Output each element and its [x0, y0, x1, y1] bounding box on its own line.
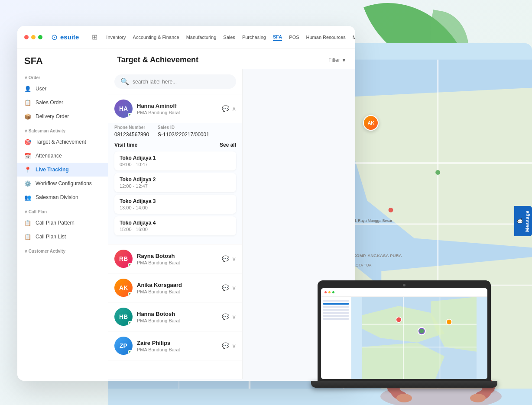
chevron-down-icon-person-3[interactable]: ∨: [232, 284, 236, 291]
visit-header: Visit time See all: [114, 142, 236, 148]
person-actions-5: 💬 ∨: [222, 342, 236, 349]
chevron-up-icon-1[interactable]: ∧: [232, 105, 236, 112]
visit-item-3: Toko Adijaya 3 13:00 - 14:00: [114, 195, 236, 214]
person-info-5: Zaire Philips PMA Bandung Barat: [137, 340, 217, 352]
chevron-down-icon-4: ∨: [24, 249, 29, 254]
chat-icon-1[interactable]: 💬: [222, 105, 229, 112]
person-card-3: AK Anika Korsgaard PMA Bandung Barat 💬: [108, 273, 242, 302]
apps-grid-icon[interactable]: ⊞: [92, 33, 97, 41]
sidebar-section-customer: ∨ Customer Activity: [17, 247, 108, 255]
laptop-sidebar-bar-6: [323, 315, 349, 317]
laptop-visual: [318, 280, 497, 388]
window-dot-close[interactable]: [24, 35, 29, 39]
svg-point-34: [396, 394, 412, 402]
visit-time-4: 15:00 - 16:00: [120, 227, 231, 232]
nav-item-pos[interactable]: POS: [289, 34, 299, 41]
top-bar: ⊙ esuite ⊞ Inventory Accounting & Financ…: [17, 26, 355, 48]
person-avatar-5: ZP: [114, 337, 133, 355]
nav-item-sales[interactable]: Sales: [223, 34, 235, 41]
visit-time-3: 13:00 - 14:00: [120, 205, 231, 210]
nav-item-accounting[interactable]: Accounting & Finance: [133, 34, 179, 41]
visit-item-4: Toko Adijaya 4 15:00 - 16:00: [114, 216, 236, 235]
sidebar-item-live-tracking[interactable]: 📍 Live Tracking: [17, 163, 108, 177]
person-name-5: Zaire Philips: [137, 340, 217, 346]
search-row: 🔍: [108, 69, 242, 94]
svg-text:KOMP. ANGKASA PURA: KOMP. ANGKASA PURA: [353, 253, 402, 258]
sidebar-item-division[interactable]: 👥 Salesman Division: [17, 190, 108, 204]
window-dot-minimize[interactable]: [31, 35, 36, 39]
message-tab-label: Message: [525, 210, 530, 232]
visit-name-2: Toko Adijaya 2: [120, 177, 231, 183]
detail-phone: Phone Number 081234567890: [114, 123, 149, 138]
laptop-map-svg: [351, 297, 487, 379]
sidebar-item-workflow[interactable]: ⚙️ Workflow Configurations: [17, 177, 108, 190]
nav-item-sfa[interactable]: SFA: [273, 33, 282, 41]
attendance-icon: 📅: [24, 152, 31, 159]
person-card-header-5[interactable]: ZP Zaire Philips PMA Bandung Barat 💬 ∨: [108, 331, 242, 360]
window-dot-maximize[interactable]: [38, 35, 42, 39]
nav-item-hr[interactable]: Human Resources: [306, 34, 346, 41]
logo-icon: ⊙: [51, 32, 58, 42]
person-role-2: PMA Bandung Barat: [137, 260, 217, 265]
sidebar-item-division-label: Salesman Division: [36, 194, 78, 200]
visit-time-1: 09:00 - 10:47: [120, 162, 231, 167]
app-body: SFA ∨ Order 👤 User 📋 Sales Order: [17, 48, 355, 381]
person-avatar-4: HB: [114, 308, 133, 326]
chevron-down-icon-person-2[interactable]: ∨: [232, 255, 236, 262]
person-list-panel: 🔍 HA H: [108, 69, 243, 379]
visit-name-3: Toko Adijaya 3: [120, 198, 231, 204]
filter-button[interactable]: Filter ▼: [328, 57, 347, 63]
person-card-4: HB Hanna Botosh PMA Bandung Barat 💬 ∨: [108, 302, 242, 331]
laptop-screen-header: [321, 288, 487, 297]
search-input-wrap[interactable]: 🔍: [114, 74, 236, 89]
sidebar-item-workflow-label: Workflow Configurations: [36, 180, 92, 186]
person-card-header-4[interactable]: HB Hanna Botosh PMA Bandung Barat 💬 ∨: [108, 302, 242, 331]
message-tab[interactable]: 💬 Message: [514, 206, 532, 236]
nav-items: Inventory Accounting & Finance Manufactu…: [106, 33, 355, 41]
chat-icon-4[interactable]: 💬: [222, 313, 229, 320]
person-card-header-2[interactable]: RB Rayna Botosh PMA Bandung Barat 💬 ∨: [108, 244, 242, 273]
nav-item-manufacturing[interactable]: Manufacturing: [186, 34, 217, 41]
search-input-list[interactable]: [133, 79, 230, 85]
laptop-sidebar-bar-4: [323, 309, 349, 311]
sidebar-item-call-plan-list[interactable]: 📋 Call Plan List: [17, 230, 108, 244]
main-header: Target & Achievement Filter ▼: [108, 48, 355, 69]
sidebar-item-delivery-order[interactable]: 📦 Delivery Order: [17, 109, 108, 123]
chat-icon-3[interactable]: 💬: [222, 284, 229, 291]
sidebar-item-call-plan-list-label: Call Plan List: [36, 234, 66, 240]
person-avatar-3: AK: [114, 279, 133, 297]
laptop-screen: [321, 288, 487, 379]
phone-label: Phone Number: [114, 125, 145, 130]
sidebar-item-call-plan-pattern[interactable]: 📋 Call Plan Pattern: [17, 216, 108, 230]
visit-item-1: Toko Adijaya 1 09:00 - 10:47: [114, 151, 236, 170]
chevron-down-icon-3: ∨: [24, 209, 29, 214]
person-actions-1: 💬 ∧: [222, 105, 236, 112]
laptop-dot-red: [324, 291, 327, 293]
laptop-sidebar: [321, 297, 351, 379]
person-role-5: PMA Bandung Barat: [137, 347, 217, 352]
logo-text: esuite: [60, 33, 79, 41]
laptop-body: [318, 280, 491, 381]
chat-icon-5[interactable]: 💬: [222, 342, 229, 349]
sales-order-icon: 📋: [24, 99, 31, 106]
sidebar-item-target[interactable]: 🎯 Target & Achievement: [17, 135, 108, 149]
nav-item-marketing[interactable]: Marketing: [353, 34, 355, 41]
person-card-header-3[interactable]: AK Anika Korsgaard PMA Bandung Barat 💬: [108, 273, 242, 302]
sidebar-item-delivery-order-label: Delivery Order: [36, 113, 69, 119]
sidebar-item-user[interactable]: 👤 User: [17, 82, 108, 96]
sidebar-item-attendance[interactable]: 📅 Attendance: [17, 149, 108, 163]
sidebar-item-sales-order[interactable]: 📋 Sales Order: [17, 96, 108, 109]
sales-id-value: S-1102/220217/00001: [158, 132, 209, 138]
person-card-details-1: Phone Number 081234567890 Sales ID S-110…: [108, 123, 242, 244]
nav-item-inventory[interactable]: Inventory: [106, 34, 126, 41]
phone-value: 081234567890: [114, 132, 149, 138]
see-all-link[interactable]: See all: [220, 142, 236, 148]
chevron-down-icon-person-4[interactable]: ∨: [232, 313, 236, 320]
laptop-sidebar-bar-7: [323, 318, 349, 320]
sidebar: SFA ∨ Order 👤 User 📋 Sales Order: [17, 48, 108, 381]
chevron-down-icon-person-5[interactable]: ∨: [232, 342, 236, 349]
chevron-down-icon: ∨: [24, 75, 29, 80]
nav-item-purchasing[interactable]: Purchasing: [242, 34, 266, 41]
person-card-header-1[interactable]: HA Hanna Aminoff PMA Bandung Barat 💬 ∧: [108, 94, 242, 123]
chat-icon-2[interactable]: 💬: [222, 255, 229, 262]
